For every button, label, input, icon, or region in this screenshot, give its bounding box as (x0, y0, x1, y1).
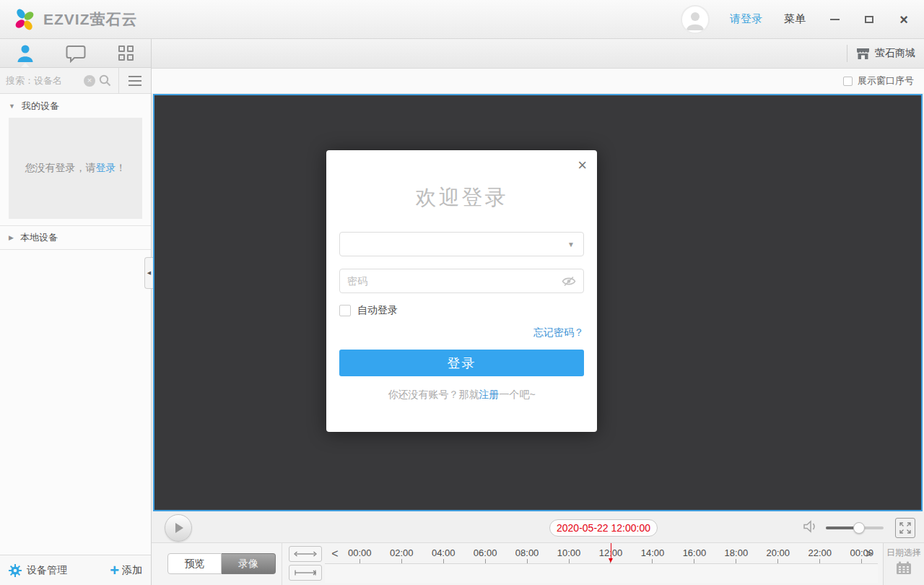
tab-my-devices[interactable] (0, 39, 51, 67)
avatar-person-icon (684, 9, 706, 30)
auto-login-row: 自动登录 (339, 304, 584, 317)
time-label: 14:00 (641, 547, 665, 558)
play-button[interactable] (165, 514, 192, 542)
search-input[interactable] (6, 75, 84, 86)
main-toolbar: 萤石商城 (152, 39, 924, 69)
register-prefix: 你还没有账号？那就 (388, 389, 479, 400)
time-label: 00:00 (348, 547, 372, 558)
calendar-icon (896, 561, 912, 575)
speaker-icon[interactable] (803, 520, 819, 533)
local-devices-label: 本地设备 (20, 231, 58, 244)
volume-slider[interactable] (826, 526, 884, 529)
timeline-scroll-right-button[interactable]: > (860, 545, 878, 563)
minimize-icon (830, 19, 840, 20)
register-line: 你还没有账号？那就注册一个吧~ (339, 389, 584, 402)
date-select-panel[interactable]: 日期选择 (883, 543, 924, 585)
preview-tab[interactable]: 预览 (167, 553, 222, 574)
search-icon[interactable] (99, 74, 111, 87)
time-label: 06:00 (474, 547, 497, 558)
list-menu-button[interactable] (119, 68, 151, 93)
tab-multi-view[interactable] (100, 39, 151, 67)
register-suffix: 一个吧~ (499, 389, 535, 400)
record-tab[interactable]: 录像 (222, 553, 276, 574)
tree-my-devices[interactable]: ▼ 我的设备 (0, 94, 151, 118)
chat-bubble-icon (66, 44, 86, 63)
login-button[interactable]: 登录 (339, 350, 584, 376)
title-bar: EZVIZ萤石云 请登录 菜单 × (0, 0, 924, 39)
sidebar-footer: 设备管理 + 添加 (0, 555, 151, 585)
timeline-scroll-left-button[interactable]: < (326, 545, 344, 563)
sidebar-tabs (0, 39, 151, 68)
time-label: 08:00 (515, 547, 539, 558)
menu-button[interactable]: 菜单 (784, 12, 806, 26)
store-icon (856, 48, 870, 60)
not-logged-suffix: ！ (116, 162, 126, 173)
divider (847, 45, 847, 62)
register-link[interactable]: 注册 (479, 389, 499, 400)
active-tab-notch (21, 63, 30, 67)
dropdown-arrow-icon: ▼ (567, 240, 575, 248)
close-button[interactable]: × (898, 14, 910, 25)
time-label: 20:00 (767, 547, 790, 558)
titlebar-login-link[interactable]: 请登录 (730, 12, 762, 26)
close-icon: × (899, 14, 908, 25)
time-label: 02:00 (390, 547, 414, 558)
arrows-inward-icon (294, 570, 317, 576)
timeline-track[interactable] (325, 563, 878, 583)
fullscreen-icon (899, 521, 912, 534)
grid-icon (118, 46, 134, 61)
maximize-icon (865, 16, 873, 23)
plus-icon: + (110, 563, 119, 578)
avatar[interactable] (681, 5, 710, 34)
sub-toolbar: 展示窗口序号 (152, 69, 924, 93)
sidebar-collapse-handle[interactable]: ◀ (144, 257, 153, 289)
divider (282, 543, 282, 585)
device-management-label: 设备管理 (27, 564, 67, 577)
mode-toggle: 预览 录像 (167, 553, 276, 574)
play-icon (175, 523, 183, 533)
time-label: 16:00 (683, 547, 707, 558)
chevron-down-icon: ▼ (9, 103, 15, 110)
date-select-label: 日期选择 (886, 547, 921, 559)
arrows-outward-icon (294, 551, 317, 557)
clear-search-icon[interactable]: × (84, 75, 95, 87)
tab-messages[interactable] (51, 39, 101, 67)
password-field-wrap (339, 269, 584, 293)
ezviz-logo-icon (12, 6, 38, 32)
device-management-button[interactable]: 设备管理 (9, 564, 67, 577)
playhead-arrow-icon (609, 558, 613, 563)
minimize-button[interactable] (829, 14, 840, 25)
playback-timestamp: 2020-05-22 12:00:00 (549, 519, 658, 537)
time-label: 04:00 (432, 547, 456, 558)
auto-login-checkbox[interactable] (339, 305, 351, 316)
app-title: EZVIZ萤石云 (43, 9, 138, 30)
sidebar-login-link[interactable]: 登录 (96, 162, 116, 173)
show-window-number-checkbox[interactable] (843, 77, 853, 86)
playback-control-bar: 2020-05-22 12:00:00 (152, 513, 924, 543)
timeline-zoom-out-button[interactable] (289, 546, 322, 562)
username-select[interactable]: ▼ (339, 232, 584, 256)
dialog-close-icon[interactable]: × (578, 157, 587, 173)
add-label: 添加 (122, 564, 142, 577)
playhead-line (611, 543, 611, 558)
volume-thumb[interactable] (853, 522, 865, 534)
ezviz-mall-button[interactable]: 萤石商城 (856, 47, 915, 60)
eye-off-icon[interactable] (562, 276, 576, 287)
time-label: 10:00 (557, 547, 581, 558)
timeline-ruler[interactable]: 00:00 02:00 04:00 06:00 08:00 10:00 12:0… (348, 543, 873, 563)
timeline-bar: 预览 录像 < 00:00 02:00 04:00 06:00 (152, 543, 924, 585)
person-icon (16, 43, 35, 63)
main-area: 萤石商城 展示窗口序号 ◀ × 欢迎登录 ▼ 自动登录 忘记密码？ 登录 (152, 39, 924, 585)
forgot-password-link[interactable]: 忘记密码？ (339, 326, 584, 339)
not-logged-text: 您没有登录，请 (25, 162, 96, 173)
not-logged-panel: 您没有登录，请登录！ (9, 118, 142, 219)
gear-icon (9, 564, 22, 577)
timeline-zoom-in-button[interactable] (289, 565, 322, 581)
password-input[interactable] (347, 275, 562, 287)
tree-local-devices[interactable]: ▶ 本地设备 (0, 225, 151, 250)
auto-login-label: 自动登录 (357, 304, 398, 317)
fullscreen-button[interactable] (895, 518, 915, 538)
my-devices-label: 我的设备 (22, 100, 59, 113)
maximize-button[interactable] (863, 14, 875, 25)
add-device-button[interactable]: + 添加 (110, 563, 142, 578)
